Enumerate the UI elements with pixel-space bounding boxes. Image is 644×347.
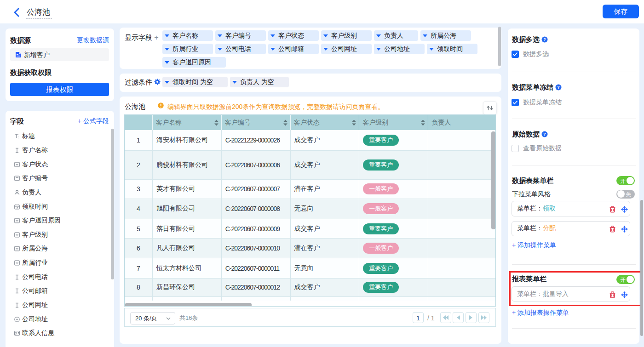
svg-text:?: ?	[557, 85, 560, 90]
svg-text:?: ?	[543, 132, 546, 137]
svg-text:?: ?	[543, 37, 546, 42]
